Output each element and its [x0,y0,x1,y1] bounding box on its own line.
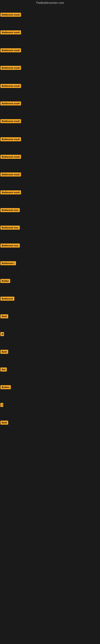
bottleneck-item-8: Bottleneck result [0,137,21,142]
bottleneck-item-21: Bot [0,368,7,372]
bottleneck-badge-18[interactable]: Bottl [0,314,8,318]
bottleneck-item-15: Bottleneck r [0,261,16,266]
bottleneck-item-9: Bottleneck result [0,155,21,160]
bottleneck-item-18: Bottl [0,314,8,319]
bottleneck-item-10: Bottleneck result [0,172,21,177]
bottleneck-item-11: Bottleneck result [0,190,21,195]
bottleneck-badge-12[interactable]: Bottleneck resu [0,208,20,212]
bottleneck-badge-15[interactable]: Bottleneck r [0,261,16,265]
bottleneck-item-19: B [0,332,4,337]
bottleneck-item-13: Bottleneck resu [0,226,20,230]
bottleneck-badge-3[interactable]: Bottleneck result [0,48,21,52]
bottleneck-item-7: Bottleneck result [0,119,21,124]
bottleneck-badge-7[interactable]: Bottleneck result [0,119,21,123]
bottleneck-badge-2[interactable]: Bottleneck result [0,30,21,34]
bottleneck-badge-19[interactable]: B [0,332,4,336]
bottleneck-badge-5[interactable]: Bottleneck result [0,84,21,88]
bottleneck-item-3: Bottleneck result [0,48,21,53]
bottleneck-badge-14[interactable]: Bottleneck resu [0,244,20,248]
site-title: TheBottlenecker.com [0,0,100,5]
bottleneck-item-14: Bottleneck resu [0,244,20,248]
bottleneck-badge-9[interactable]: Bottleneck result [0,155,21,159]
bottleneck-badge-10[interactable]: Bottleneck result [0,172,21,176]
bottleneck-item-5: Bottleneck result [0,84,21,89]
bottleneck-item-22: Bottlen [0,385,11,390]
bottleneck-badge-6[interactable]: Bottleneck result [0,102,21,106]
bottleneck-item-17: Bottleneck [0,297,14,302]
bottleneck-item-6: Bottleneck result [0,102,21,106]
bottleneck-item-12: Bottleneck resu [0,208,20,213]
bottleneck-badge-21[interactable]: Bot [0,368,7,372]
bottleneck-badge-16[interactable]: Bottler [0,279,10,283]
bottleneck-badge-4[interactable]: Bottleneck result [0,66,21,70]
items-container: Bottleneck resultBottleneck resultBottle… [0,5,100,641]
bottleneck-badge-11[interactable]: Bottleneck result [0,190,21,194]
bottleneck-badge-22[interactable]: Bottlen [0,385,11,389]
bottleneck-badge-24[interactable]: Bottl [0,420,8,425]
bottleneck-badge-20[interactable]: Bottl [0,350,8,354]
bottleneck-item-23: I [0,403,3,408]
bottleneck-badge-1[interactable]: Bottleneck result [0,13,21,17]
bottleneck-item-2: Bottleneck result [0,30,21,35]
bottleneck-badge-13[interactable]: Bottleneck resu [0,226,20,230]
bottleneck-item-24: Bottl [0,420,8,426]
bottleneck-badge-8[interactable]: Bottleneck result [0,137,21,141]
bottleneck-badge-17[interactable]: Bottleneck [0,297,14,301]
bottleneck-item-4: Bottleneck result [0,66,21,71]
bottleneck-item-1: Bottleneck result [0,13,21,18]
bottleneck-item-16: Bottler [0,279,10,284]
bottleneck-item-20: Bottl [0,350,8,354]
bottleneck-badge-23[interactable]: I [0,403,3,407]
site-header: TheBottlenecker.com [0,0,100,5]
